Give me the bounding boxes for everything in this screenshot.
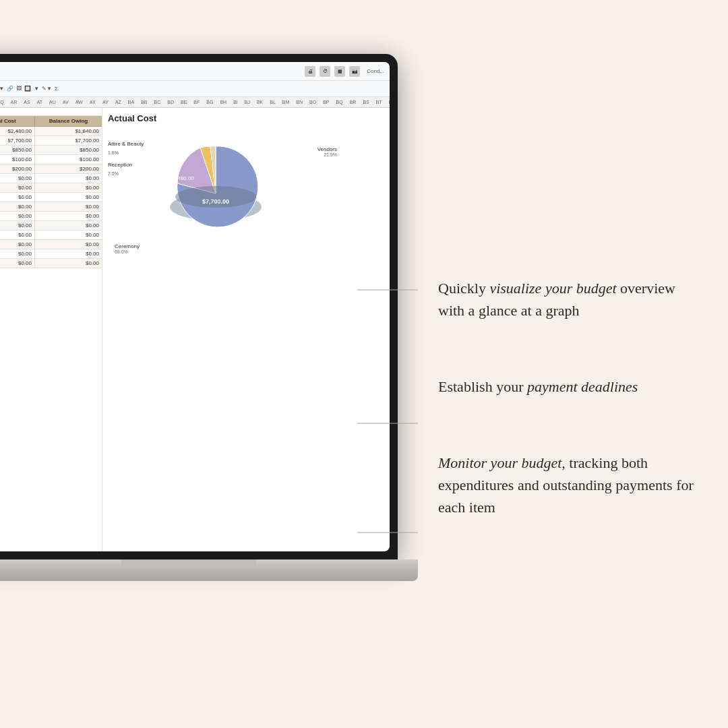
actual-cost-14: $0.00	[0, 249, 35, 258]
balance-owing-1: $1,840.00	[35, 127, 102, 135]
pie-chart-wrapper: Attire & Beauty 1.8% Reception 7.5%	[108, 126, 337, 261]
balance-owing-5: $200.00	[35, 164, 102, 173]
budget-row-5: $200.00 $200.00	[0, 164, 102, 174]
toolbar-mid-icon9: ▼	[34, 86, 39, 92]
balance-owing-2: $7,700.00	[35, 136, 102, 145]
actual-cost-6: $0.00	[0, 174, 35, 183]
balance-owing-13: $0.00	[35, 240, 102, 249]
actual-cost-1: $2,480.00	[0, 127, 35, 135]
balance-owing-3: $850.00	[35, 146, 102, 154]
new-label: new	[0, 108, 102, 116]
actual-cost-12: $0.00	[0, 231, 35, 239]
toolbar-mid: ≡ ↕ ↓ ||| A▼ 🔗 🖼 🔲 ▼ ✎▼ Σ	[0, 81, 390, 97]
balance-owing-9: $0.00	[35, 202, 102, 211]
chart-area: Actual Cost Attire & Beauty 1.8% Recepti…	[102, 108, 390, 266]
balance-owing-7: $0.00	[35, 183, 102, 192]
laptop-wrapper: 🖨 ⏱ ▦ 📷 Cond... ≡ ↕ ↓ ||| A▼	[0, 54, 418, 647]
left-panel: new Actual Cost Balance Owing $2,480.00 …	[0, 108, 102, 551]
actual-cost-2: $7,700.00	[0, 136, 35, 145]
svg-text:$2,480.00: $2,480.00	[170, 175, 194, 181]
balance-owing-15: $0.00	[35, 259, 102, 268]
chart-left-labels: Attire & Beauty 1.8% Reception 7.5%	[108, 140, 144, 179]
actual-cost-8: $0.00	[0, 193, 35, 202]
budget-row-7: $0.00 $0.00	[0, 183, 102, 193]
balance-owing-10: $0.00	[35, 212, 102, 220]
content-area: new Actual Cost Balance Owing $2,480.00 …	[0, 108, 390, 551]
budget-row-3: $850.00 $850.00	[0, 146, 102, 155]
feature-2-text: Establish your payment deadlines	[438, 375, 694, 398]
actual-cost-4: $100.00	[0, 155, 35, 164]
budget-row-4: $100.00 $100.00	[0, 155, 102, 164]
balance-owing-14: $0.00	[35, 249, 102, 258]
actual-cost-15: $0.00	[0, 259, 35, 268]
actual-cost-11: $0.00	[0, 221, 35, 230]
ceremony-text: Ceremony	[115, 243, 140, 249]
toolbar-top: 🖨 ⏱ ▦ 📷 Cond...	[0, 62, 390, 81]
toolbar-icon-4: 📷	[349, 66, 360, 77]
attire-label: Attire & Beauty	[108, 140, 144, 149]
balance-owing-11: $0.00	[35, 221, 102, 230]
chart-title: Actual Cost	[108, 113, 384, 123]
svg-text:$7,700.00: $7,700.00	[202, 198, 229, 205]
budget-header-row: Actual Cost Balance Owing	[0, 116, 102, 127]
toolbar-icon-2: ⏱	[320, 66, 330, 77]
actual-cost-7: $0.00	[0, 183, 35, 192]
toolbar-mid-icon11: Σ	[55, 86, 58, 92]
pie-chart-svg: $7,700.00 $2,480.00	[162, 133, 270, 241]
budget-row-6: $0.00 $0.00	[0, 174, 102, 183]
balance-owing-8: $0.00	[35, 193, 102, 202]
budget-row-14: $0.00 $0.00	[0, 249, 102, 259]
laptop-base	[0, 559, 418, 581]
budget-row-8: $0.00 $0.00	[0, 193, 102, 202]
actual-cost-9: $0.00	[0, 202, 35, 211]
toolbar-icons: 🖨 ⏱ ▦ 📷 Cond...	[305, 66, 384, 77]
toolbar-mid-icon5: A▼	[0, 86, 4, 92]
laptop-screen-inner: 🖨 ⏱ ▦ 📷 Cond... ≡ ↕ ↓ ||| A▼	[0, 62, 390, 551]
actual-cost-header: Actual Cost	[0, 116, 35, 126]
toolbar-icon-1: 🖨	[305, 66, 315, 77]
main-container: 🖨 ⏱ ▦ 📷 Cond... ≡ ↕ ↓ ||| A▼	[0, 0, 728, 728]
actual-cost-10: $0.00	[0, 212, 35, 220]
budget-row-13: $0.00 $0.00	[0, 240, 102, 249]
budget-row-15: $0.00 $0.00	[0, 259, 102, 268]
ceremony-label: Ceremony 68.0%	[115, 243, 140, 254]
reception-pct: 7.5%	[108, 170, 144, 179]
budget-row-9: $0.00 $0.00	[0, 202, 102, 212]
right-content: Quickly visualize your budget overview w…	[438, 0, 708, 728]
spreadsheet-ui: 🖨 ⏱ ▦ 📷 Cond... ≡ ↕ ↓ ||| A▼	[0, 62, 390, 551]
budget-row-2: $7,700.00 $7,700.00	[0, 136, 102, 146]
toolbar-mid-icon7: 🖼	[16, 86, 22, 92]
actual-cost-13: $0.00	[0, 240, 35, 249]
attire-pct: 1.8%	[108, 149, 144, 158]
chart-right-labels: Vendors 21.9%	[317, 146, 337, 157]
feature-3-text: Monitor your budget, tracking both expen…	[438, 452, 694, 518]
budget-table-top: Actual Cost Balance Owing $2,480.00 $1,8…	[0, 116, 102, 268]
budget-row-12: $0.00 $0.00	[0, 231, 102, 240]
laptop-hinge	[121, 559, 256, 568]
actual-cost-5: $200.00	[0, 164, 35, 173]
cond-label: Cond...	[367, 68, 384, 74]
budget-row-1: $2,480.00 $1,840.00	[0, 127, 102, 136]
vendors-label: Vendors	[317, 146, 337, 152]
balance-owing-6: $0.00	[35, 174, 102, 183]
right-panel: Actual Cost Attire & Beauty 1.8% Recepti…	[102, 108, 390, 551]
feature-1-text: Quickly visualize your budget overview w…	[438, 277, 694, 322]
vendors-pct: 21.9%	[317, 152, 337, 157]
toolbar-mid-icon10: ✎▼	[42, 86, 52, 92]
budget-row-10: $0.00 $0.00	[0, 212, 102, 221]
toolbar-mid-icon6: 🔗	[7, 86, 13, 92]
toolbar-icon-3: ▦	[334, 66, 345, 77]
balance-owing-header: Balance Owing	[35, 116, 102, 126]
actual-cost-3: $850.00	[0, 146, 35, 154]
balance-owing-12: $0.00	[35, 231, 102, 239]
balance-owing-4: $100.00	[35, 155, 102, 164]
budget-row-11: $0.00 $0.00	[0, 221, 102, 231]
toolbar-mid-icon8: 🔲	[24, 86, 31, 92]
reception-label: Reception	[108, 160, 144, 170]
laptop-screen-outer: 🖨 ⏱ ▦ 📷 Cond... ≡ ↕ ↓ ||| A▼	[0, 54, 398, 559]
col-headers: AOAP AQAR ASAT AUAV AWAX AYAZ BABB BCBD …	[0, 97, 390, 108]
ceremony-pct: 68.0%	[115, 249, 140, 254]
